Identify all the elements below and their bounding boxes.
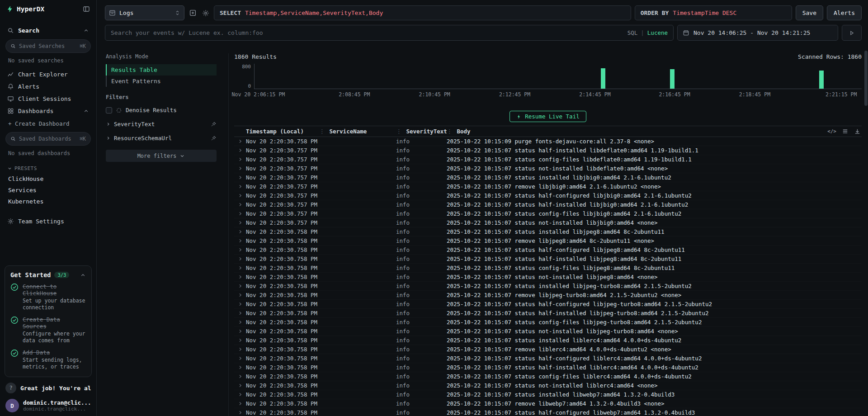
pin-icon[interactable]	[211, 135, 217, 141]
denoise-checkbox[interactable]	[106, 107, 112, 113]
filter-group-resourceschemaurl[interactable]: ResourceSchemaUrl	[106, 131, 217, 145]
table-row[interactable]: Nov 20 2:20:30.757 PM info 2025-10-22 10…	[234, 191, 862, 200]
select-clause-input[interactable]: SELECT Timestamp,ServiceName,SeverityTex…	[214, 5, 631, 20]
add-source-button[interactable]	[188, 8, 198, 18]
pin-icon[interactable]	[211, 121, 217, 127]
column-header-body[interactable]: ⋮ Body	[447, 128, 862, 135]
expand-row-icon[interactable]	[234, 175, 246, 180]
mode-sql[interactable]: SQL	[627, 29, 638, 36]
save-button[interactable]: Save	[796, 5, 823, 20]
scrollbar-thumb[interactable]	[864, 51, 868, 106]
expand-row-icon[interactable]	[234, 248, 246, 252]
expand-row-icon[interactable]	[234, 212, 246, 216]
table-row[interactable]: Nov 20 2:20:30.758 PM info 2025-10-22 10…	[234, 227, 862, 236]
table-row[interactable]: Nov 20 2:20:30.758 PM info 2025-10-22 10…	[234, 318, 862, 327]
column-config-icon[interactable]: </>	[827, 128, 836, 134]
get-started-step[interactable]: Add Data Start sending logs, metrics, or…	[10, 349, 86, 370]
presets-section-toggle[interactable]: PRESETS	[5, 161, 92, 173]
expand-row-icon[interactable]	[234, 230, 246, 234]
table-row[interactable]: Nov 20 2:20:30.758 PM info 2025-10-22 10…	[234, 236, 862, 246]
table-row[interactable]: Nov 20 2:20:30.757 PM info 2025-10-22 10…	[234, 164, 862, 173]
expand-row-icon[interactable]	[234, 139, 246, 143]
column-divider[interactable]: ⋮	[447, 128, 453, 135]
preset-kubernetes[interactable]: Kubernetes	[5, 196, 92, 207]
expand-row-icon[interactable]	[234, 392, 246, 397]
table-row[interactable]: Nov 20 2:20:30.757 PM info 2025-10-22 10…	[234, 173, 862, 182]
run-query-button[interactable]	[842, 25, 862, 41]
histogram-bar[interactable]	[670, 69, 675, 89]
table-row[interactable]: Nov 20 2:20:30.758 PM info 2025-10-22 10…	[234, 399, 862, 408]
get-started-step[interactable]: Create Data Sources Configure where your…	[10, 316, 86, 344]
hyperdx-logo[interactable]: HyperDX	[6, 5, 44, 13]
preset-services[interactable]: Services	[5, 184, 92, 196]
mode-event-patterns[interactable]: Event Patterns	[106, 76, 217, 87]
expand-row-icon[interactable]	[234, 266, 246, 270]
mode-results-table[interactable]: Results Table	[106, 64, 217, 76]
help-button[interactable]: ?	[5, 383, 16, 393]
histogram-bar[interactable]	[819, 71, 824, 89]
table-row[interactable]: Nov 20 2:20:30.758 PM info 2025-10-22 10…	[234, 372, 862, 381]
denoise-toggle[interactable]: Denoise Results	[106, 105, 217, 117]
table-row[interactable]: Nov 20 2:20:30.758 PM info 2025-10-22 10…	[234, 255, 862, 264]
expand-row-icon[interactable]	[234, 221, 246, 225]
collapse-sidebar-icon[interactable]	[83, 5, 90, 13]
expand-row-icon[interactable]	[234, 293, 246, 297]
table-row[interactable]: Nov 20 2:20:30.758 PM info 2025-10-22 10…	[234, 381, 862, 390]
expand-row-icon[interactable]	[234, 365, 246, 369]
more-filters-button[interactable]: More filters	[106, 150, 217, 162]
table-row[interactable]: Nov 20 2:20:30.758 PM info 2025-10-22 10…	[234, 246, 862, 255]
column-divider[interactable]: ⋮	[396, 128, 402, 135]
table-row[interactable]: Nov 20 2:20:30.758 PM info 2025-10-22 10…	[234, 137, 862, 146]
expand-row-icon[interactable]	[234, 166, 246, 170]
orderby-clause-input[interactable]: ORDER BY TimestampTime DESC	[635, 5, 792, 20]
table-row[interactable]: Nov 20 2:20:30.758 PM info 2025-10-22 10…	[234, 282, 862, 291]
table-row[interactable]: Nov 20 2:20:30.758 PM info 2025-10-22 10…	[234, 390, 862, 399]
table-row[interactable]: Nov 20 2:20:30.758 PM info 2025-10-22 10…	[234, 300, 862, 309]
mode-lucene[interactable]: Lucene	[647, 29, 668, 36]
column-header-severitytext[interactable]: ⋮ SeverityText	[396, 128, 447, 135]
table-row[interactable]: Nov 20 2:20:30.758 PM info 2025-10-22 10…	[234, 363, 862, 372]
sidebar-item-client-sessions[interactable]: Client Sessions	[5, 93, 92, 105]
table-row[interactable]: Nov 20 2:20:30.758 PM info 2025-10-22 10…	[234, 264, 862, 273]
event-search-box[interactable]: SQL | Lucene	[105, 25, 674, 41]
expand-row-icon[interactable]	[234, 347, 246, 351]
table-row[interactable]: Nov 20 2:20:30.757 PM info 2025-10-22 10…	[234, 155, 862, 164]
expand-row-icon[interactable]	[234, 257, 246, 261]
expand-row-icon[interactable]	[234, 302, 246, 306]
download-icon[interactable]	[854, 128, 861, 135]
table-row[interactable]: Nov 20 2:20:30.758 PM info 2025-10-22 10…	[234, 327, 862, 336]
resume-live-tail-button[interactable]: Resume Live Tail	[509, 111, 586, 122]
expand-row-icon[interactable]	[234, 311, 246, 315]
sidebar-item-search[interactable]: Search	[5, 24, 92, 37]
expand-row-icon[interactable]	[234, 338, 246, 342]
expand-row-icon[interactable]	[234, 184, 246, 189]
expand-row-icon[interactable]	[234, 203, 246, 207]
table-row[interactable]: Nov 20 2:20:30.757 PM info 2025-10-22 10…	[234, 182, 862, 191]
table-row[interactable]: Nov 20 2:20:30.758 PM info 2025-10-22 10…	[234, 354, 862, 363]
expand-row-icon[interactable]	[234, 402, 246, 406]
table-row[interactable]: Nov 20 2:20:30.758 PM info 2025-10-22 10…	[234, 309, 862, 318]
date-range-picker[interactable]: Nov 20 14:06:25 - Nov 20 14:21:25	[677, 25, 838, 41]
table-row[interactable]: Nov 20 2:20:30.757 PM info 2025-10-22 10…	[234, 218, 862, 227]
row-density-icon[interactable]	[842, 128, 849, 135]
user-menu[interactable]: D dominic.tran@clic... dominic.tran@clic…	[5, 397, 92, 414]
alerts-button[interactable]: Alerts	[827, 5, 862, 20]
expand-row-icon[interactable]	[234, 374, 246, 378]
search-input[interactable]	[111, 29, 624, 36]
expand-row-icon[interactable]	[234, 194, 246, 198]
table-row[interactable]: Nov 20 2:20:30.758 PM info 2025-10-22 10…	[234, 336, 862, 345]
expand-row-icon[interactable]	[234, 356, 246, 360]
expand-row-icon[interactable]	[234, 320, 246, 324]
source-select[interactable]: Logs	[105, 5, 184, 20]
column-divider[interactable]: ⋮	[319, 128, 325, 135]
saved-searches-input[interactable]: Saved Searches ⌘K	[5, 39, 91, 53]
expand-row-icon[interactable]	[234, 157, 246, 161]
expand-row-icon[interactable]	[234, 275, 246, 279]
table-row[interactable]: Nov 20 2:20:30.758 PM info 2025-10-22 10…	[234, 273, 862, 282]
sidebar-item-alerts[interactable]: Alerts	[5, 80, 92, 93]
sidebar-item-team-settings[interactable]: Team Settings	[5, 215, 92, 227]
get-started-step[interactable]: Connect to ClickHouse Set up your databa…	[10, 283, 86, 311]
expand-row-icon[interactable]	[234, 411, 246, 415]
histogram-bar[interactable]	[601, 68, 605, 89]
saved-dashboards-input[interactable]: Saved Dashboards ⌘K	[5, 132, 91, 146]
